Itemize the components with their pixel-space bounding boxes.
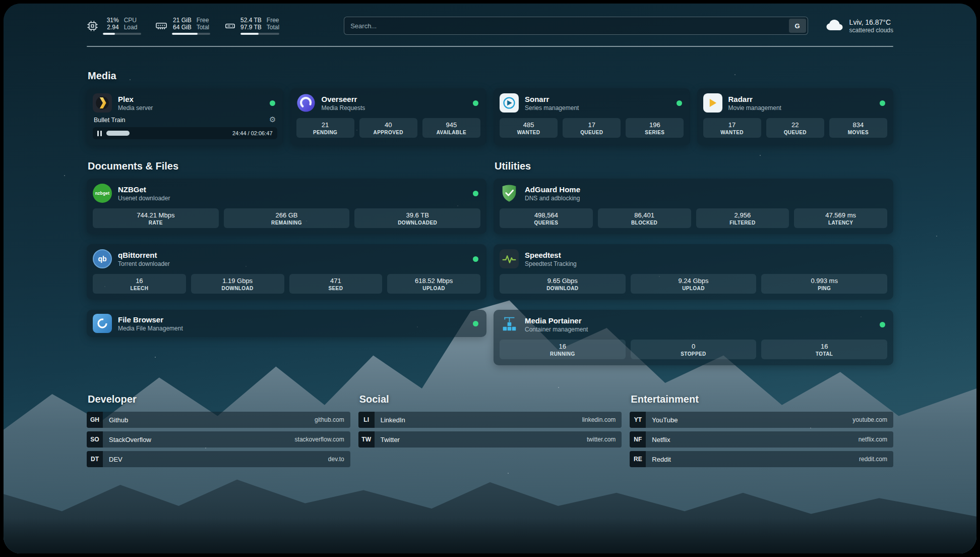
ram-total-label: Total [197, 24, 210, 31]
stat-pending: 21PENDING [296, 118, 354, 138]
pause-icon[interactable] [97, 131, 102, 136]
link-linkedin[interactable]: LI LinkedIn linkedin.com [358, 412, 622, 428]
status-online-dot [880, 100, 885, 106]
app-desc: Torrent downloader [118, 260, 170, 267]
search-bar[interactable]: G [344, 17, 808, 35]
stat-queued: 17QUEUED [563, 118, 621, 138]
speedtest-icon [500, 249, 519, 268]
nzbget-icon: nzbget [93, 184, 112, 203]
weather-condition: scattered clouds [849, 27, 893, 34]
search-engine-button[interactable]: G [789, 19, 806, 33]
app-desc: Movie management [728, 104, 781, 112]
link-name: StackOverflow [109, 436, 151, 443]
app-name: Sonarr [525, 95, 579, 104]
disk-free-label: Free [267, 17, 279, 24]
stat-upload: 9.24 GbpsUPLOAD [631, 274, 757, 294]
cpu-usage-label: CPU [124, 17, 141, 24]
plex-icon [93, 93, 112, 113]
app-card-nzbget[interactable]: nzbget NZBGet Usenet downloader 744.21 M… [87, 179, 486, 234]
status-online-dot [880, 322, 885, 327]
plex-player-bar[interactable]: 24:44 / 02:06:47 [93, 127, 277, 139]
ram-free-label: Free [197, 17, 210, 24]
stat-queued: 22QUEUED [766, 118, 824, 138]
ram-total-value: 64 GiB [172, 24, 192, 31]
gear-icon[interactable]: ⚙ [269, 116, 276, 124]
section-title-social: Social [359, 394, 622, 405]
link-name: YouTube [652, 416, 678, 424]
stat-latency: 47.569 msLATENCY [794, 208, 887, 228]
app-desc: Series management [525, 104, 579, 112]
link-stackoverflow[interactable]: SO StackOverflow stackoverflow.com [87, 431, 350, 448]
twitter-badge: TW [358, 431, 375, 448]
link-reddit[interactable]: RE Reddit reddit.com [630, 451, 893, 467]
link-youtube[interactable]: YT YouTube youtube.com [630, 412, 893, 428]
stat-stopped: 0STOPPED [631, 340, 757, 359]
search-input[interactable] [344, 17, 788, 34]
stat-wanted: 17WANTED [703, 118, 761, 138]
section-title-entertainment: Entertainment [631, 394, 893, 405]
app-card-portainer[interactable]: Media Portainer Container management 16R… [494, 310, 893, 365]
app-name: qBittorrent [118, 251, 170, 260]
snow-specks [4, 4, 5, 5]
app-card-overseerr[interactable]: Overseerr Media Requests 21PENDING 40APP… [290, 88, 487, 145]
stat-approved: 40APPROVED [359, 118, 417, 138]
section-social: Social LI LinkedIn linkedin.com TW Twitt… [358, 394, 622, 467]
app-name: Speedtest [525, 251, 577, 260]
ram-usage-bar [172, 33, 210, 35]
linkedin-badge: LI [358, 412, 375, 428]
bottom-fade [4, 518, 976, 553]
stat-available: 945AVAILABLE [422, 118, 480, 138]
stat-movies: 834MOVIES [829, 118, 887, 138]
ram-icon [155, 20, 167, 32]
stat-wanted: 485WANTED [500, 118, 558, 138]
app-desc: Container management [525, 326, 588, 333]
app-card-filebrowser[interactable]: File Browser Media File Management [87, 310, 486, 337]
link-github[interactable]: GH Github github.com [87, 412, 350, 428]
stat-total: 16TOTAL [761, 340, 887, 359]
disk-widget: 52.4 TB Free 97.9 TB Total [224, 17, 279, 35]
cpu-icon [87, 20, 98, 32]
overseerr-icon [296, 93, 316, 113]
youtube-badge: YT [630, 412, 646, 428]
netflix-badge: NF [630, 431, 646, 448]
filebrowser-icon [93, 314, 112, 333]
disk-free-value: 52.4 TB [240, 17, 262, 24]
stat-blocked: 86,401BLOCKED [598, 208, 691, 228]
header-divider [87, 46, 893, 47]
section-title-media: Media [88, 70, 893, 82]
app-card-radarr[interactable]: Radarr Movie management 17WANTED 22QUEUE… [697, 88, 894, 145]
link-url: linkedin.com [582, 416, 616, 423]
ram-free-value: 21 GiB [172, 17, 192, 24]
status-online-dot [270, 100, 275, 106]
disk-usage-bar [240, 33, 279, 35]
disk-icon [224, 20, 236, 32]
app-desc: Media File Management [118, 325, 183, 332]
link-name: Netflix [652, 436, 670, 443]
cpu-load-value: 2.94 [103, 24, 119, 31]
app-name: Radarr [728, 95, 781, 104]
section-title-utilities: Utilities [495, 160, 893, 172]
seek-bar[interactable] [106, 131, 227, 136]
app-card-qbittorrent[interactable]: qb qBittorrent Torrent downloader 16LEEC… [87, 244, 486, 300]
app-card-speedtest[interactable]: Speedtest Speedtest Tracking 9.65 GbpsDO… [494, 244, 893, 300]
link-name: Twitter [381, 436, 400, 443]
status-online-dot [473, 191, 478, 196]
app-desc: Media Requests [322, 104, 365, 112]
link-url: stackoverflow.com [295, 436, 344, 443]
stat-seed: 471SEED [289, 274, 383, 294]
link-netflix[interactable]: NF Netflix netflix.com [630, 431, 893, 448]
stat-download: 1.19 GbpsDOWNLOAD [191, 274, 284, 294]
weather-widget: Lviv, 16.87°C scattered clouds [825, 18, 893, 34]
link-name: LinkedIn [381, 416, 405, 424]
app-card-adguard[interactable]: AdGuard Home DNS and adblocking 498,564Q… [494, 179, 893, 234]
adguard-icon [500, 184, 519, 203]
stat-upload: 618.52 MbpsUPLOAD [387, 274, 480, 294]
stat-running: 16RUNNING [500, 340, 626, 359]
link-twitter[interactable]: TW Twitter twitter.com [358, 431, 622, 448]
app-card-plex[interactable]: Plex Media server Bullet Train ⚙ 24:44 /… [87, 88, 283, 145]
section-media: Media Plex [87, 70, 893, 145]
cpu-usage-bar [103, 33, 141, 35]
section-entertainment: Entertainment YT YouTube youtube.com NF … [630, 394, 893, 467]
link-dev[interactable]: DT DEV dev.to [87, 451, 350, 467]
app-card-sonarr[interactable]: Sonarr Series management 485WANTED 17QUE… [494, 88, 690, 145]
